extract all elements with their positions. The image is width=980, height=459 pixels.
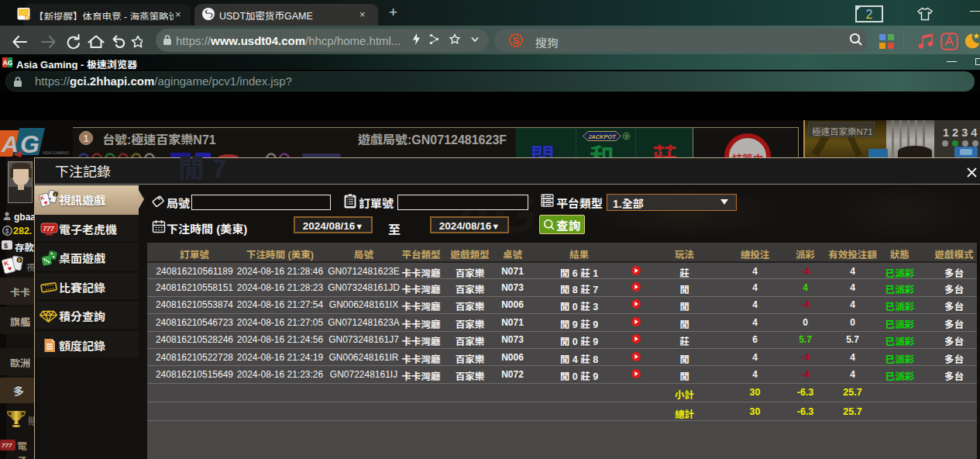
svg-text:JACKPOT: JACKPOT	[588, 133, 617, 140]
svg-text:ASIA GAMING: ASIA GAMING	[43, 150, 69, 155]
svg-text:$: $	[5, 227, 9, 235]
svg-text:G: G	[20, 130, 40, 158]
svg-text:777: 777	[43, 224, 55, 232]
svg-text:2: 2	[866, 8, 873, 21]
svg-text:?: ?	[625, 134, 628, 140]
svg-text:777: 777	[2, 442, 12, 449]
svg-text:S: S	[513, 35, 520, 47]
svg-text:*: *	[9, 216, 11, 221]
svg-text:A: A	[1, 131, 19, 157]
svg-text:$: $	[4, 242, 8, 250]
svg-text:G: G	[8, 59, 12, 67]
